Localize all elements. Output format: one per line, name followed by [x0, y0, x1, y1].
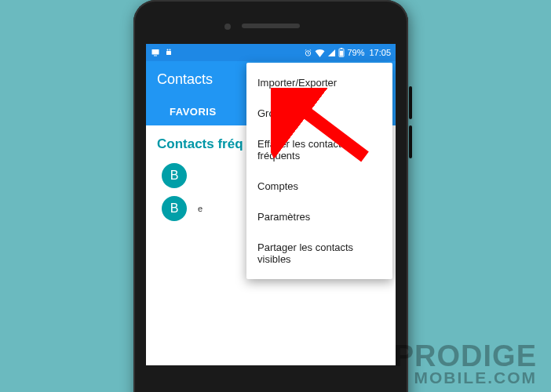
phone-screen: 79% 17:05 Contacts FAVORIS Contacts fréq…	[146, 44, 396, 365]
app-title: Contacts	[157, 71, 213, 88]
svg-point-3	[167, 49, 169, 51]
menu-item-accounts[interactable]: Comptes	[246, 171, 392, 201]
clock-text: 17:05	[369, 48, 391, 57]
svg-rect-0	[152, 49, 159, 55]
side-button	[409, 125, 412, 158]
svg-point-4	[170, 49, 171, 51]
watermark-line1: PRODIGE	[394, 342, 537, 370]
status-bar: 79% 17:05	[146, 44, 396, 61]
phone-speaker	[242, 24, 300, 28]
alarm-icon	[304, 49, 312, 57]
watermark-line2: MOBILE.COM	[394, 370, 537, 386]
android-icon	[164, 48, 173, 57]
menu-item-settings[interactable]: Paramètres	[246, 201, 392, 232]
menu-item-import-export[interactable]: Importer/Exporter	[246, 67, 392, 98]
avatar: B	[162, 196, 187, 221]
menu-item-groups[interactable]: Groupes	[246, 98, 392, 129]
battery-icon	[338, 48, 345, 57]
wifi-icon	[315, 49, 325, 57]
svg-rect-8	[340, 51, 343, 56]
battery-text: 79%	[347, 48, 364, 57]
tab-favoris[interactable]: FAVORIS	[170, 106, 217, 118]
menu-item-clear-frequent[interactable]: Effacer les contacts fréquents	[246, 129, 392, 171]
status-left	[151, 48, 173, 57]
svg-rect-2	[166, 51, 171, 55]
svg-rect-1	[154, 56, 157, 56]
svg-rect-7	[341, 48, 342, 49]
contact-name-fragment: e	[198, 204, 203, 213]
avatar: B	[162, 163, 187, 188]
phone-frame: 79% 17:05 Contacts FAVORIS Contacts fréq…	[133, 0, 408, 392]
overflow-menu: Importer/Exporter Groupes Effacer les co…	[246, 63, 392, 279]
status-right: 79% 17:05	[304, 48, 391, 57]
menu-item-share-visible[interactable]: Partager les contacts visibles	[246, 232, 392, 274]
side-button	[409, 86, 412, 119]
watermark: PRODIGE MOBILE.COM	[394, 342, 537, 386]
screenshot-icon	[151, 48, 160, 57]
signal-icon	[327, 49, 336, 57]
proximity-sensor	[224, 24, 231, 30]
